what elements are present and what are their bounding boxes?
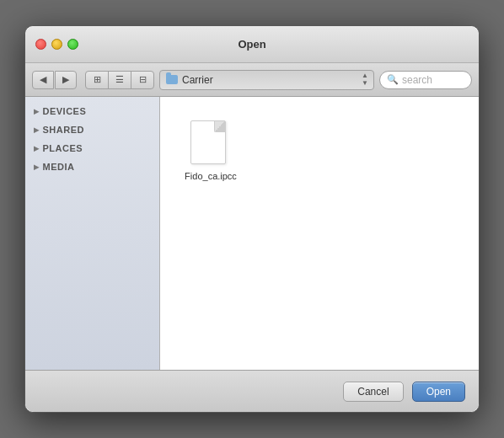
file-item[interactable]: Fido_ca.ipcc <box>177 114 244 188</box>
sidebar-item-shared[interactable]: ▶ SHARED <box>25 122 159 137</box>
view-list-button[interactable]: ☰ <box>108 71 131 89</box>
title-bar: Open <box>25 26 479 63</box>
open-dialog: Open ◀ ▶ ⊞ ☰ ⊟ Carrier ▲ ▼ 🔍 search <box>24 25 480 413</box>
file-name: Fido_ca.ipcc <box>185 171 237 181</box>
nav-forward-button[interactable]: ▶ <box>55 71 77 89</box>
traffic-lights <box>35 39 78 50</box>
minimize-button[interactable] <box>51 39 62 50</box>
nav-buttons: ◀ ▶ <box>32 71 77 89</box>
sidebar-arrow-devices: ▶ <box>34 108 40 115</box>
sidebar-label-devices: DEVICES <box>43 106 87 116</box>
sidebar-section-places: ▶ PLACES <box>25 141 159 156</box>
search-icon: 🔍 <box>387 74 399 85</box>
sidebar-item-devices[interactable]: ▶ DEVICES <box>25 104 159 119</box>
sidebar-section-media: ▶ MEDIA <box>25 159 159 174</box>
file-page <box>190 120 226 164</box>
search-placeholder: search <box>402 74 432 86</box>
sidebar-section-shared: ▶ SHARED <box>25 122 159 137</box>
close-button[interactable] <box>35 39 46 50</box>
sidebar-label-shared: SHARED <box>43 125 84 135</box>
sidebar-item-media[interactable]: ▶ MEDIA <box>25 159 159 174</box>
content-area[interactable]: Fido_ca.ipcc <box>160 97 479 370</box>
location-arrows: ▲ ▼ <box>362 72 368 87</box>
view-buttons: ⊞ ☰ ⊟ <box>85 71 154 89</box>
main-area: ▶ DEVICES ▶ SHARED ▶ PLACES ▶ MEDI <box>25 97 479 370</box>
cancel-button[interactable]: Cancel <box>343 382 403 402</box>
maximize-button[interactable] <box>67 39 78 50</box>
view-icon-button[interactable]: ⊞ <box>85 71 109 89</box>
sidebar-arrow-shared: ▶ <box>34 126 40 134</box>
sidebar: ▶ DEVICES ▶ SHARED ▶ PLACES ▶ MEDI <box>25 97 160 370</box>
location-text: Carrier <box>182 74 362 86</box>
file-icon <box>190 120 231 168</box>
location-bar[interactable]: Carrier ▲ ▼ <box>159 70 374 90</box>
bottom-bar: Cancel Open <box>25 370 479 412</box>
toolbar: ◀ ▶ ⊞ ☰ ⊟ Carrier ▲ ▼ 🔍 search <box>25 63 479 97</box>
sidebar-label-places: PLACES <box>43 143 83 153</box>
search-box[interactable]: 🔍 search <box>379 71 472 89</box>
window-title: Open <box>238 38 265 51</box>
view-column-button[interactable]: ⊟ <box>131 71 154 89</box>
open-button[interactable]: Open <box>412 382 465 402</box>
sidebar-item-places[interactable]: ▶ PLACES <box>25 141 159 156</box>
sidebar-section-devices: ▶ DEVICES <box>25 104 159 119</box>
folder-icon <box>165 73 179 87</box>
sidebar-label-media: MEDIA <box>43 162 75 172</box>
sidebar-arrow-places: ▶ <box>34 145 40 152</box>
nav-back-button[interactable]: ◀ <box>32 71 54 89</box>
sidebar-arrow-media: ▶ <box>34 163 40 171</box>
